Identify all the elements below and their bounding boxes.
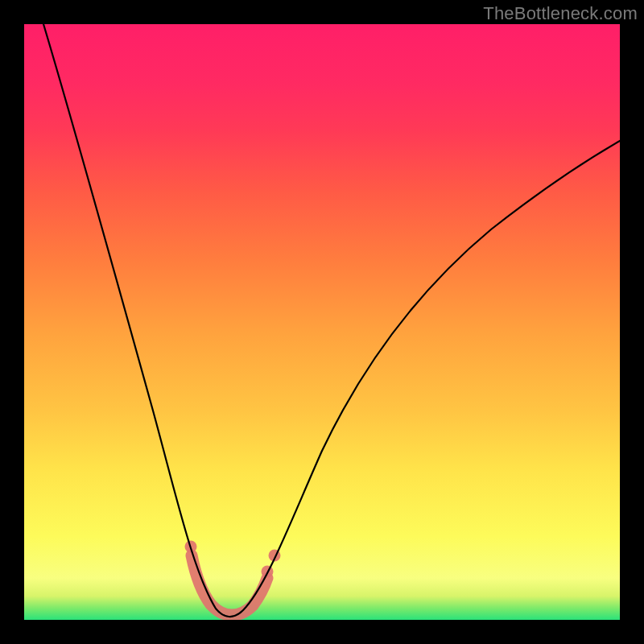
plot-area [24, 24, 620, 620]
bottleneck-curve [43, 24, 620, 617]
optimal-range-highlight [192, 555, 267, 615]
chart-frame: TheBottleneck.com [0, 0, 644, 644]
watermark-text: TheBottleneck.com [483, 3, 638, 24]
bottleneck-curve-svg [24, 24, 620, 620]
